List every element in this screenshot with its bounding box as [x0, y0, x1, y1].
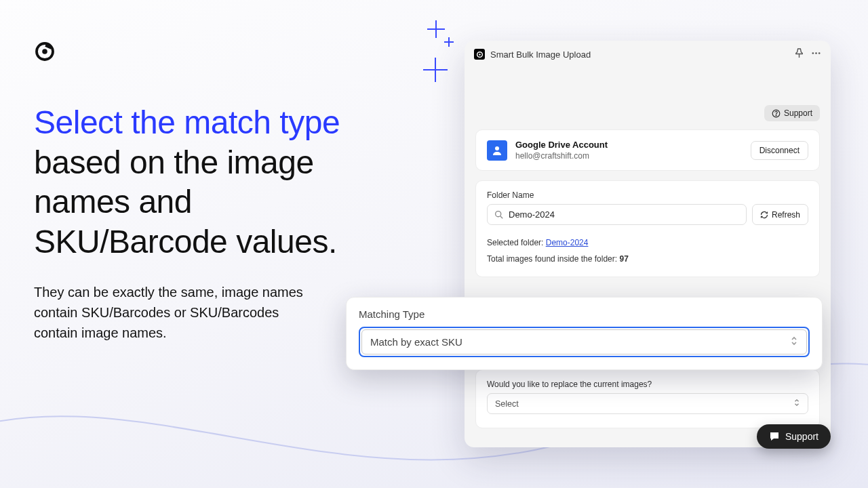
brand-logo-icon	[34, 41, 56, 62]
floating-support-button[interactable]: Support	[757, 424, 831, 449]
refresh-icon	[760, 211, 768, 219]
matching-type-card: Matching Type Match by exact SKU	[346, 297, 823, 370]
replace-images-label: Would you like to replace the current im…	[487, 380, 808, 389]
replace-images-card: Would you like to replace the current im…	[475, 369, 820, 428]
svg-point-9	[495, 146, 499, 150]
matching-type-label: Matching Type	[359, 308, 810, 320]
replace-images-select[interactable]: Select	[487, 393, 808, 414]
selected-folder-text: Selected folder: Demo-2024	[487, 235, 808, 251]
panel-logo-icon	[474, 49, 485, 60]
search-icon	[494, 210, 503, 219]
chevron-updown-icon	[790, 336, 798, 348]
matching-type-select-wrapper: Match by exact SKU	[359, 327, 810, 357]
svg-point-1	[42, 49, 47, 54]
matching-type-select[interactable]: Match by exact SKU	[361, 329, 807, 354]
matching-type-value: Match by exact SKU	[370, 336, 462, 348]
svg-point-10	[496, 211, 501, 217]
svg-point-6	[818, 52, 821, 54]
floating-support-label: Support	[785, 431, 818, 442]
panel-header: Smart Bulk Image Upload	[465, 41, 831, 68]
account-email: hello@craftshift.com	[515, 151, 743, 161]
account-card: Google Drive Account hello@craftshift.co…	[475, 129, 820, 171]
support-label: Support	[784, 108, 812, 118]
folder-search-input[interactable]	[487, 204, 747, 225]
help-icon	[772, 109, 781, 118]
chat-icon	[769, 431, 780, 442]
page-subtext: They can be exactly the same, image name…	[34, 282, 312, 343]
page-headline: Select the match type based on the image…	[34, 103, 353, 262]
total-images-text: Total images found inside the folder: 97	[487, 251, 808, 267]
folder-name-label: Folder Name	[487, 190, 808, 200]
svg-point-5	[815, 52, 817, 54]
svg-point-4	[812, 52, 814, 54]
refresh-label: Refresh	[772, 210, 800, 220]
refresh-button[interactable]: Refresh	[752, 204, 808, 225]
account-avatar-icon	[487, 140, 507, 161]
replace-images-value: Select	[495, 399, 519, 409]
support-button[interactable]: Support	[764, 105, 820, 121]
folder-input-field[interactable]	[509, 209, 739, 220]
pin-icon[interactable]	[794, 48, 804, 61]
svg-point-8	[776, 115, 776, 115]
selected-folder-link[interactable]: Demo-2024	[546, 238, 589, 247]
chevron-updown-icon	[793, 399, 800, 409]
folder-card: Folder Name Refresh Selected folder: Dem…	[475, 180, 820, 277]
svg-point-3	[479, 54, 480, 55]
app-panel: Smart Bulk Image Upload Support Google D…	[465, 41, 831, 447]
panel-title: Smart Bulk Image Upload	[490, 49, 789, 60]
disconnect-button[interactable]: Disconnect	[751, 141, 808, 160]
headline-rest: based on the image names and SKU/Barcode…	[34, 144, 337, 260]
more-icon[interactable]	[811, 48, 821, 61]
account-title: Google Drive Account	[515, 140, 743, 150]
headline-highlight: Select the match type	[34, 104, 340, 140]
total-images-count: 97	[619, 254, 628, 264]
